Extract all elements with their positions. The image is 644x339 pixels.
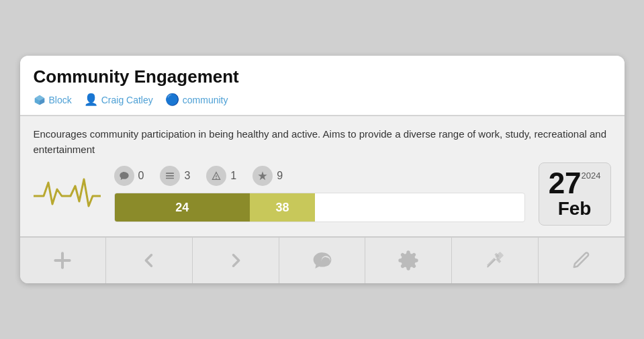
community-icon: 🔵 xyxy=(165,93,179,107)
warnings-count: 1 xyxy=(230,170,236,182)
stats-and-bar: 0 3 xyxy=(114,166,525,222)
date-month: Feb xyxy=(549,198,601,220)
svg-rect-5 xyxy=(166,175,174,177)
card-meta: Block 👤 Craig Catley 🔵 community xyxy=(34,93,611,107)
progress-partial: 38 xyxy=(250,193,316,222)
add-button[interactable] xyxy=(20,238,107,283)
card-content: 0 3 xyxy=(20,162,625,236)
comments-count: 0 xyxy=(138,170,144,182)
stat-stars: 9 xyxy=(252,166,283,186)
layers-count: 3 xyxy=(184,170,190,182)
stat-warnings: 1 xyxy=(206,166,236,186)
date-day-number: 27 xyxy=(549,168,582,198)
user-icon: 👤 xyxy=(84,93,98,107)
meta-user: 👤 Craig Catley xyxy=(84,93,153,107)
layers-icon xyxy=(160,166,180,186)
stat-layers: 3 xyxy=(160,166,190,186)
description-section: Encourages community participation in be… xyxy=(20,116,625,162)
meta-community: 🔵 community xyxy=(165,93,228,107)
back-button[interactable] xyxy=(106,238,193,283)
stats-row: 0 3 xyxy=(114,166,525,186)
star-icon xyxy=(252,166,273,186)
card-title: Community Engagement xyxy=(34,66,611,87)
tools-button[interactable] xyxy=(452,238,539,283)
block-label: Block xyxy=(49,95,72,105)
stat-comments: 0 xyxy=(114,166,144,186)
toolbar xyxy=(20,236,625,283)
date-year: 2024 xyxy=(582,171,601,180)
card-header: Community Engagement Block 👤 Craig Catle… xyxy=(20,56,625,115)
community-label: community xyxy=(183,95,228,105)
warning-icon xyxy=(206,166,226,186)
svg-rect-6 xyxy=(166,178,174,179)
comment-button[interactable] xyxy=(279,238,366,283)
comments-icon xyxy=(114,166,134,186)
forward-button[interactable] xyxy=(193,238,279,283)
progress-filled: 24 xyxy=(115,193,250,222)
main-card: Community Engagement Block 👤 Craig Catle… xyxy=(20,56,625,283)
edit-button[interactable] xyxy=(539,238,625,283)
date-day-row: 27 2024 xyxy=(549,168,601,198)
settings-button[interactable] xyxy=(365,238,452,283)
card-description: Encourages community participation in be… xyxy=(34,127,611,157)
stars-count: 9 xyxy=(277,170,283,182)
meta-block: Block xyxy=(34,94,72,106)
user-label: Craig Catley xyxy=(101,95,153,105)
heartbeat-chart xyxy=(34,176,101,212)
block-icon xyxy=(34,94,46,106)
date-box: 27 2024 Feb xyxy=(539,162,611,226)
progress-bar: 24 38 xyxy=(114,193,525,222)
svg-rect-4 xyxy=(166,173,174,174)
